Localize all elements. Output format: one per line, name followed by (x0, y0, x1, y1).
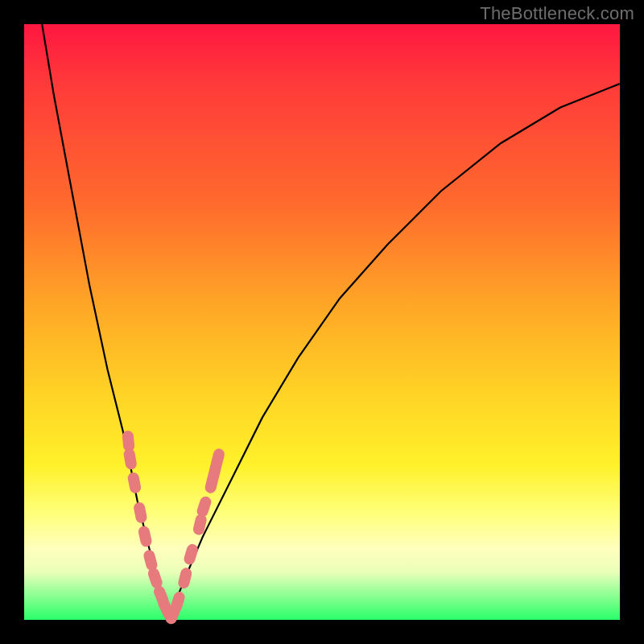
bead-marker (123, 448, 138, 470)
bead-marker (177, 567, 193, 590)
chart-frame: TheBottleneck.com (0, 0, 644, 644)
bead-marker (126, 472, 142, 494)
right-bead-cluster (164, 448, 226, 625)
bead-marker (142, 549, 159, 572)
bead-marker (183, 543, 200, 566)
watermark-text: TheBottleneck.com (480, 3, 634, 24)
plot-area (24, 24, 620, 620)
left-bead-cluster (122, 430, 179, 625)
bead-marker (210, 448, 226, 471)
bead-marker (133, 502, 148, 524)
bottleneck-curve (42, 24, 620, 614)
curve-layer (24, 24, 620, 620)
bead-marker (138, 525, 153, 547)
bead-marker (196, 495, 213, 518)
